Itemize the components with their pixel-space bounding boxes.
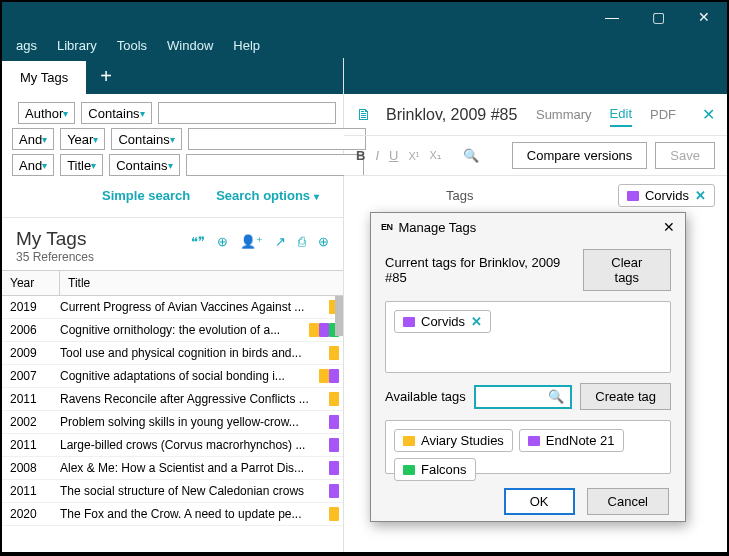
- row-year: 2007: [2, 369, 60, 383]
- row-tags: [329, 392, 343, 406]
- subscript-button[interactable]: X₁: [429, 149, 440, 162]
- row-title: Problem solving skills in young yellow-c…: [60, 415, 329, 429]
- tag-swatch-icon: [528, 436, 540, 446]
- current-tags-label: Current tags for Brinklov, 2009 #85: [385, 255, 583, 285]
- tag-search-input[interactable]: 🔍: [474, 385, 573, 409]
- available-tags-box: Aviary StudiesEndNote 21Falcons: [385, 420, 671, 474]
- reference-title: Brinklov, 2009 #85: [386, 106, 517, 124]
- field-select-author[interactable]: Author▾: [18, 102, 75, 124]
- add-ref-icon[interactable]: ⊕: [217, 234, 228, 249]
- tag-dot-icon: [319, 369, 329, 383]
- table-row[interactable]: 2008Alex & Me: How a Scientist and a Par…: [2, 457, 343, 480]
- web-icon[interactable]: ⊕: [318, 234, 329, 249]
- available-tag-chip[interactable]: Aviary Studies: [394, 429, 513, 452]
- tag-dot-icon: [329, 392, 339, 406]
- op-select-0[interactable]: Contains▾: [81, 102, 151, 124]
- add-person-icon[interactable]: 👤⁺: [240, 234, 263, 249]
- field-select-title[interactable]: Title▾: [60, 154, 103, 176]
- minimize-button[interactable]: —: [589, 2, 635, 32]
- filter-value-1[interactable]: [188, 128, 366, 150]
- tag-dot-icon: [329, 461, 339, 475]
- row-title: Cognitive adaptations of social bonding …: [60, 369, 319, 383]
- table-row[interactable]: 2011Large-billed crows (Corvus macrorhyn…: [2, 434, 343, 457]
- add-tab-button[interactable]: +: [86, 65, 126, 94]
- search-icon[interactable]: 🔍: [463, 148, 479, 163]
- italic-button[interactable]: I: [375, 148, 379, 163]
- save-button[interactable]: Save: [655, 142, 715, 169]
- export-icon[interactable]: ⎙: [298, 234, 306, 249]
- tags-label: Tags: [446, 188, 473, 203]
- table-row[interactable]: 2019Current Progress of Avian Vaccines A…: [2, 296, 343, 319]
- menu-library[interactable]: Library: [47, 35, 107, 56]
- chevron-down-icon: ▾: [140, 108, 145, 119]
- cancel-button[interactable]: Cancel: [587, 488, 669, 515]
- row-title: Alex & Me: How a Scientist and a Parrot …: [60, 461, 329, 475]
- menu-help[interactable]: Help: [223, 35, 270, 56]
- list-header: My Tags 35 References ❝❞ ⊕ 👤⁺ ↗ ⎙ ⊕: [2, 218, 343, 270]
- chevron-down-icon: ▾: [91, 160, 96, 171]
- column-headers: Year Title: [2, 270, 343, 296]
- tag-chip-label: Falcons: [421, 462, 467, 477]
- op-select-1[interactable]: Contains▾: [111, 128, 181, 150]
- row-title: Cognitive ornithology: the evolution of …: [60, 323, 309, 337]
- superscript-button[interactable]: X¹: [408, 150, 419, 162]
- col-year[interactable]: Year: [2, 271, 60, 295]
- reference-list[interactable]: 2019Current Progress of Avian Vaccines A…: [2, 296, 343, 552]
- menu-tags[interactable]: ags: [6, 35, 47, 56]
- close-reference-button[interactable]: ✕: [694, 105, 715, 124]
- tab-edit[interactable]: Edit: [610, 102, 632, 127]
- tag-dot-icon: [329, 415, 339, 429]
- col-title[interactable]: Title: [60, 271, 343, 295]
- filter-value-2[interactable]: [186, 154, 364, 176]
- available-tag-chip[interactable]: Falcons: [394, 458, 476, 481]
- op-select-2[interactable]: Contains▾: [109, 154, 179, 176]
- tag-chip-corvids[interactable]: Corvids ✕: [618, 184, 715, 207]
- tab-pdf[interactable]: PDF: [650, 103, 676, 126]
- underline-button[interactable]: U: [389, 148, 398, 163]
- tag-swatch-icon: [403, 465, 415, 475]
- ok-button[interactable]: OK: [504, 488, 575, 515]
- share-icon[interactable]: ↗: [275, 234, 286, 249]
- tab-summary[interactable]: Summary: [536, 103, 592, 126]
- quote-icon[interactable]: ❝❞: [191, 234, 205, 249]
- available-tag-chip[interactable]: EndNote 21: [519, 429, 624, 452]
- bool-select-2[interactable]: And▾: [12, 154, 54, 176]
- bool-select-1[interactable]: And▾: [12, 128, 54, 150]
- field-select-year[interactable]: Year▾: [60, 128, 105, 150]
- table-row[interactable]: 2011The social structure of New Caledoni…: [2, 480, 343, 503]
- remove-tag-icon[interactable]: ✕: [471, 314, 482, 329]
- table-row[interactable]: 2007Cognitive adaptations of social bond…: [2, 365, 343, 388]
- table-row[interactable]: 2002Problem solving skills in young yell…: [2, 411, 343, 434]
- menu-tools[interactable]: Tools: [107, 35, 157, 56]
- filter-value-0[interactable]: [158, 102, 336, 124]
- remove-tag-icon[interactable]: ✕: [695, 188, 706, 203]
- row-tags: [319, 369, 343, 383]
- create-tag-button[interactable]: Create tag: [580, 383, 671, 410]
- bold-button[interactable]: B: [356, 148, 365, 163]
- table-row[interactable]: 2009Tool use and physical cognition in b…: [2, 342, 343, 365]
- table-row[interactable]: 2020The Fox and the Crow. A need to upda…: [2, 503, 343, 526]
- table-row[interactable]: 2006Cognitive ornithology: the evolution…: [2, 319, 343, 342]
- tag-chip-corvids[interactable]: Corvids ✕: [394, 310, 491, 333]
- manage-tags-dialog: EN Manage Tags ✕ Current tags for Brinkl…: [370, 212, 686, 522]
- dialog-close-button[interactable]: ✕: [663, 219, 675, 235]
- maximize-button[interactable]: ▢: [635, 2, 681, 32]
- row-title: The social structure of New Caledonian c…: [60, 484, 329, 498]
- list-subtitle: 35 References: [16, 250, 94, 264]
- scrollbar[interactable]: [335, 296, 343, 336]
- menu-window[interactable]: Window: [157, 35, 223, 56]
- chevron-down-icon: ▾: [170, 134, 175, 145]
- close-button[interactable]: ✕: [681, 2, 727, 32]
- compare-versions-button[interactable]: Compare versions: [512, 142, 648, 169]
- table-row[interactable]: 2011Ravens Reconcile after Aggressive Co…: [2, 388, 343, 411]
- row-tags: [329, 415, 343, 429]
- clear-tags-button[interactable]: Clear tags: [583, 249, 671, 291]
- tag-swatch-icon: [403, 317, 415, 327]
- tag-chip-label: Corvids: [645, 188, 689, 203]
- search-options-link[interactable]: Search options▾: [216, 188, 319, 203]
- tag-chip-label: EndNote 21: [546, 433, 615, 448]
- tab-my-tags[interactable]: My Tags: [2, 61, 86, 94]
- document-icon: 🗎: [356, 106, 372, 124]
- row-tags: [329, 346, 343, 360]
- simple-search-link[interactable]: Simple search: [102, 188, 190, 203]
